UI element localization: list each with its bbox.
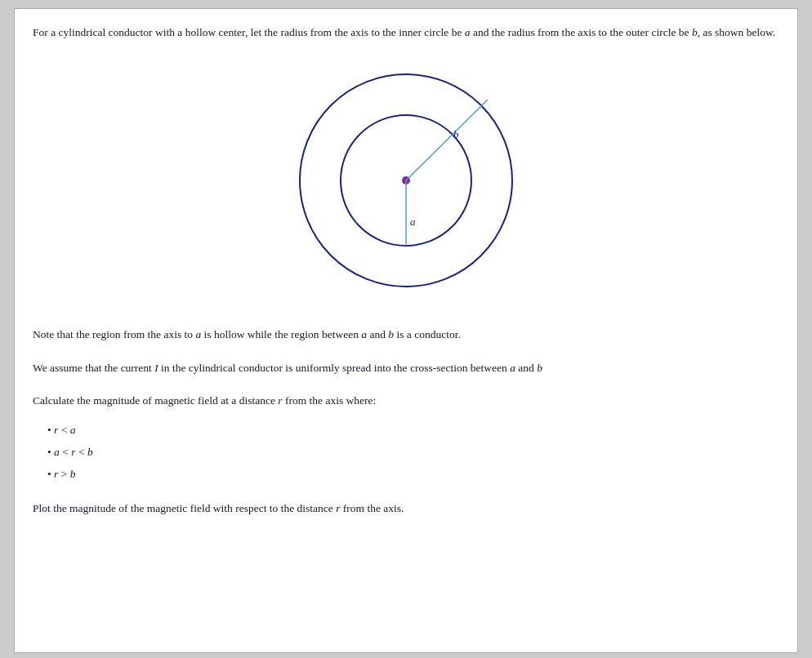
calc-suffix: from the axis where: bbox=[283, 394, 377, 407]
intro-var-a: a bbox=[465, 26, 471, 38]
assume-var-a: a bbox=[510, 362, 515, 374]
intro-text-3: , as shown below. bbox=[698, 26, 776, 38]
bullet-item-1: r < a bbox=[47, 419, 779, 441]
intro-text-1: For a cylindrical conductor with a hollo… bbox=[33, 26, 465, 38]
svg-line-3 bbox=[406, 100, 488, 180]
assume-var-b: b bbox=[537, 362, 542, 374]
svg-text:b: b bbox=[453, 128, 459, 140]
bullet-list: r < a a < r < b r > b bbox=[47, 419, 779, 485]
diagram-container: b a bbox=[33, 50, 779, 311]
note-and: and bbox=[367, 328, 388, 340]
plot-suffix: from the axis. bbox=[340, 502, 404, 514]
calc-paragraph: Calculate the magnitude of magnetic fiel… bbox=[33, 392, 779, 411]
diagram-svg: b a bbox=[275, 50, 537, 311]
assume-prefix: We assume that the current bbox=[33, 362, 154, 374]
plot-prefix: Plot the magnitude of the magnetic field… bbox=[33, 502, 336, 514]
note-text-mid1: is hollow while the region between bbox=[201, 328, 361, 340]
intro-var-b: b bbox=[692, 26, 698, 38]
bullet-item-3: r > b bbox=[47, 463, 779, 485]
note-suffix: is a conductor. bbox=[394, 328, 461, 340]
assume-mid1: in the cylindrical conductor is uniforml… bbox=[158, 362, 510, 374]
assume-and: and bbox=[515, 362, 537, 374]
plot-paragraph: Plot the magnitude of the magnetic field… bbox=[33, 500, 779, 518]
note-paragraph: Note that the region from the axis to a … bbox=[33, 326, 779, 345]
bullet-item-2: a < r < b bbox=[47, 441, 779, 463]
calc-prefix: Calculate the magnitude of magnetic fiel… bbox=[33, 394, 278, 407]
intro-paragraph: For a cylindrical conductor with a hollo… bbox=[33, 24, 779, 42]
note-text-prefix: Note that the region from the axis to bbox=[33, 328, 195, 340]
svg-text:a: a bbox=[410, 216, 416, 228]
intro-text-2: and the radius from the axis to the oute… bbox=[471, 26, 692, 38]
assume-paragraph: We assume that the current I in the cyli… bbox=[33, 359, 779, 378]
page: For a cylindrical conductor with a hollo… bbox=[14, 8, 798, 653]
